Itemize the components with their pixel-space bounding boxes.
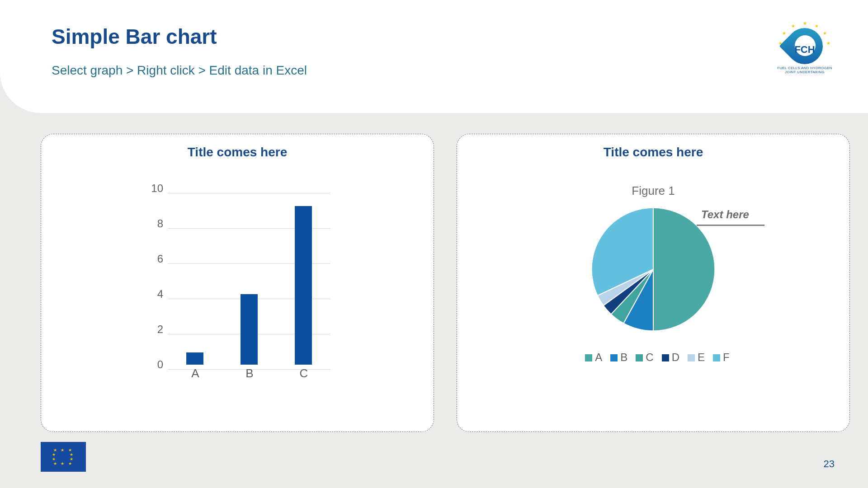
pie-legend: ABCDEF <box>457 351 849 364</box>
pie-chart-title: Title comes here <box>457 145 849 160</box>
gridline <box>168 193 330 193</box>
x-tick-label: C <box>290 366 317 380</box>
legend-swatch-F <box>713 354 720 361</box>
legend-label-F: F <box>723 351 730 363</box>
pie-svg <box>585 202 721 337</box>
legend-label-B: B <box>620 351 627 363</box>
pie-annotation-underline <box>697 225 764 226</box>
y-tick-label: 4 <box>136 288 163 300</box>
pie-slice-A <box>653 208 715 331</box>
fch-logo: ★ ★ ★ ★ ★ ★ ★ FCH FUEL CELLS AND HYDROGE… <box>778 23 832 77</box>
eu-flag-icon: ★ ★ ★★ ★★ ★★ ★ ★ <box>41 442 86 472</box>
legend-label-A: A <box>595 351 602 363</box>
y-tick-label: 8 <box>136 217 163 230</box>
bar-chart: 0246810ABC <box>127 184 335 401</box>
bar-chart-panel: Title comes here 0246810ABC <box>41 134 434 432</box>
pie-chart: Figure 1 Text here ABCDEF <box>457 184 849 337</box>
y-tick-label: 0 <box>136 358 163 371</box>
pie-chart-panel: Title comes here Figure 1 Text here ABCD… <box>457 134 850 432</box>
legend-swatch-C <box>636 354 643 361</box>
pie-figure-label: Figure 1 <box>457 184 849 198</box>
bar-A <box>186 352 203 365</box>
y-tick-label: 10 <box>136 182 163 195</box>
legend-label-E: E <box>698 351 705 363</box>
y-tick-label: 6 <box>136 253 163 265</box>
bar-C <box>295 206 312 365</box>
page-title: Simple Bar chart <box>52 24 217 49</box>
legend-swatch-E <box>688 354 695 361</box>
header-band <box>0 0 868 113</box>
y-tick-label: 2 <box>136 323 163 336</box>
bar-B <box>241 294 258 365</box>
legend-swatch-A <box>585 354 592 361</box>
bar-chart-title: Title comes here <box>41 145 434 160</box>
page-number: 23 <box>824 458 835 470</box>
x-tick-label: A <box>182 366 209 380</box>
x-tick-label: B <box>236 366 263 380</box>
fch-logo-ring: FUEL CELLS AND HYDROGEN JOINT UNDERTAKIN… <box>775 66 835 74</box>
legend-swatch-D <box>662 354 669 361</box>
bar-plot-area <box>168 188 330 365</box>
legend-label-C: C <box>646 351 653 363</box>
page-subtitle: Select graph > Right click > Edit data i… <box>52 63 307 78</box>
legend-label-D: D <box>672 351 679 363</box>
legend-swatch-B <box>610 354 618 361</box>
pie-annotation: Text here <box>701 208 749 221</box>
